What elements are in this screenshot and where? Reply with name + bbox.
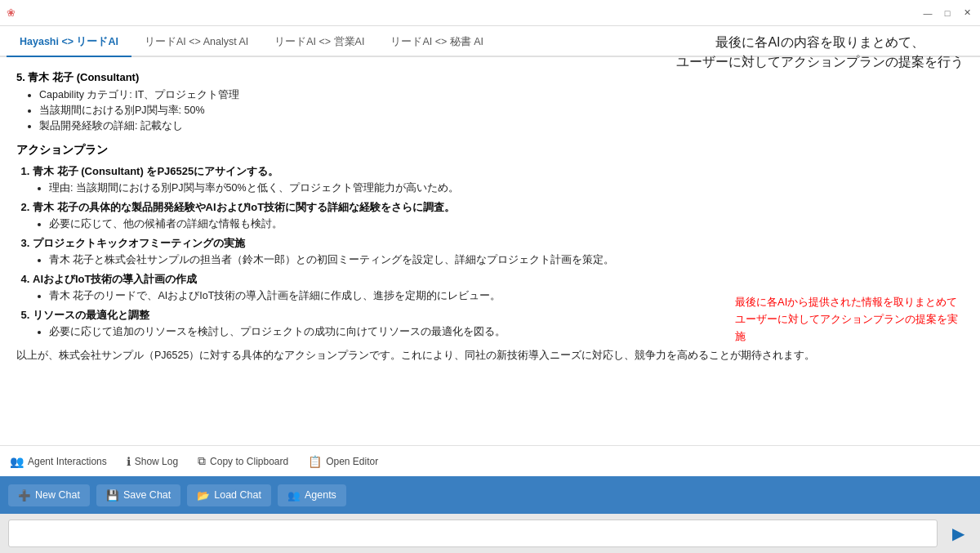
person-bullets: Capability カテゴリ: IT、プロジェクト管理 当該期間における別PJ…	[16, 88, 964, 133]
person-entry: 5. 青木 花子 (Consultant) Capability カテゴリ: I…	[16, 70, 964, 133]
main-content: 5. 青木 花子 (Consultant) Capability カテゴリ: I…	[0, 57, 980, 445]
tab-lead-secretary[interactable]: リードAI <> 秘書 AI	[377, 29, 497, 57]
new-chat-icon: ➕	[18, 489, 31, 502]
action-bar: 👥 Agent Interactions ℹ Show Log ⧉ Copy t…	[0, 445, 980, 476]
chat-input[interactable]	[8, 520, 938, 547]
tab-hayashi-lead[interactable]: Hayashi <> リードAI	[7, 29, 131, 57]
tab-lead-sales[interactable]: リードAI <> 営業AI	[261, 29, 377, 57]
show-log-button[interactable]: ℹ Show Log	[127, 455, 178, 468]
close-button[interactable]: ✕	[960, 7, 973, 20]
minimize-button[interactable]: —	[921, 7, 934, 20]
bottom-toolbar: ➕ New Chat 💾 Save Chat 📂 Load Chat 👥 Age…	[0, 476, 980, 514]
open-editor-icon: 📋	[308, 455, 322, 468]
title-bar: ❀ — □ ✕	[0, 0, 980, 26]
send-button[interactable]: ▶	[944, 520, 972, 547]
action-item-3-bullet: 青木 花子と株式会社サンプルの担当者（鈴木一郎）との初回ミーティングを設定し、詳…	[49, 253, 964, 267]
new-chat-button[interactable]: ➕ New Chat	[8, 484, 90, 506]
person-bullet-1: Capability カテゴリ: IT、プロジェクト管理	[39, 88, 964, 102]
action-item-4-bullet: 青木 花子のリードで、AIおよびIoT技術の導入計画を詳細に作成し、進捗を定期的…	[49, 289, 964, 303]
action-plan-title: アクションプラン	[16, 143, 964, 158]
title-bar-controls[interactable]: — □ ✕	[921, 7, 973, 20]
title-bar-left: ❀	[7, 7, 20, 20]
action-item-1: 青木 花子 (Consultant) をPJ6525にアサインする。 理由: 当…	[33, 164, 964, 195]
action-item-5-bullet: 必要に応じて追加のリソースを検討し、プロジェクトの成功に向けてリソースの最適化を…	[49, 325, 964, 339]
load-chat-icon: 📂	[197, 489, 210, 502]
copy-icon: ⧉	[198, 454, 206, 468]
person-bullet-2: 当該期間における別PJ関与率: 50%	[39, 104, 964, 118]
action-item-1-bullet: 理由: 当該期間における別PJ関与率が50%と低く、プロジェクト管理能力が高いた…	[49, 181, 964, 195]
action-item-3: プロジェクトキックオフミーティングの実施 青木 花子と株式会社サンプルの担当者（…	[33, 236, 964, 267]
agents-icon: 👥	[287, 489, 301, 502]
copy-clipboard-button[interactable]: ⧉ Copy to Clipboard	[198, 454, 288, 468]
input-bar: ▶	[0, 514, 980, 553]
action-item-2: 青木 花子の具体的な製品開発経験やAIおよびIoT技術に関する詳細な経験をさらに…	[33, 200, 964, 231]
load-chat-button[interactable]: 📂 Load Chat	[187, 484, 271, 506]
action-item-4: AIおよびIoT技術の導入計画の作成 青木 花子のリードで、AIおよびIoT技術…	[33, 272, 964, 303]
action-item-5: リソースの最適化と調整 必要に応じて追加のリソースを検討し、プロジェクトの成功に…	[33, 308, 964, 339]
agent-interactions-icon: 👥	[10, 455, 24, 468]
open-editor-button[interactable]: 📋 Open Editor	[308, 455, 378, 468]
agent-interactions-button[interactable]: 👥 Agent Interactions	[10, 455, 107, 468]
action-item-2-bullet: 必要に応じて、他の候補者の詳細な情報も検討。	[49, 217, 964, 231]
person-header: 5. 青木 花子 (Consultant)	[16, 70, 964, 85]
tabs-bar: Hayashi <> リードAI リードAI <> Analyst AI リード…	[0, 26, 980, 57]
save-chat-icon: 💾	[106, 489, 119, 502]
save-chat-button[interactable]: 💾 Save Chat	[96, 484, 180, 506]
send-icon: ▶	[952, 524, 964, 543]
person-bullet-3: 製品開発経験の詳細: 記載なし	[39, 119, 964, 133]
agents-button[interactable]: 👥 Agents	[278, 484, 346, 506]
app-icon: ❀	[7, 7, 20, 20]
show-log-icon: ℹ	[127, 455, 131, 468]
tab-lead-analyst[interactable]: リードAI <> Analyst AI	[131, 29, 261, 57]
action-plan-section: アクションプラン 青木 花子 (Consultant) をPJ6525にアサイン…	[16, 143, 964, 363]
maximize-button[interactable]: □	[941, 7, 954, 20]
action-plan-list: 青木 花子 (Consultant) をPJ6525にアサインする。 理由: 当…	[16, 164, 964, 339]
summary-text: 以上が、株式会社サンプル（PJ6525）に対する具体的なアクションプランです。こ…	[16, 347, 964, 363]
